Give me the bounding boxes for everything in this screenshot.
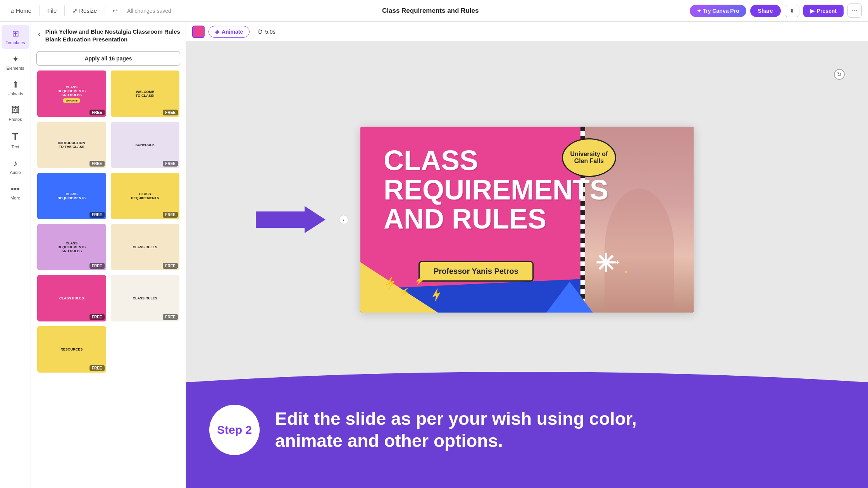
sidebar-label-templates: Templates xyxy=(5,40,25,45)
more-options-button[interactable]: ··· xyxy=(847,3,862,18)
templates-panel: ‹ Pink Yellow and Blue Nostalgia Classro… xyxy=(31,22,186,488)
template-thumb-7[interactable]: CLASSREQUIREMENTSAND RULES FREE xyxy=(36,223,107,271)
sidebar-item-text[interactable]: T Text xyxy=(2,127,29,153)
download-icon: ⬇ xyxy=(790,8,794,14)
audio-icon: ♪ xyxy=(13,158,17,168)
sidebar-label-more: More xyxy=(10,196,20,200)
refresh-icon: ↻ xyxy=(834,69,845,80)
bottom-text-line1: Edit the slide as per your wish using co… xyxy=(275,408,637,430)
collapse-icon: ‹ xyxy=(339,215,348,224)
undo-icon: ↩ xyxy=(113,7,118,14)
animate-icon: ◈ xyxy=(215,29,219,35)
elements-icon: ✦ xyxy=(12,54,19,64)
professor-label: Professor Yanis Petros xyxy=(434,267,518,275)
bolt-2: ⚡ xyxy=(398,286,410,298)
slide-title-line2: REQUIREMENTS xyxy=(384,175,608,205)
apply-all-label: Apply all 16 pages xyxy=(84,55,132,62)
refresh-button[interactable]: ↻ xyxy=(834,69,845,80)
navbar-right: ✦ Try Canva Pro Share ⬇ ▶ Present ··· xyxy=(690,3,862,18)
photos-icon: 🖼 xyxy=(11,105,20,115)
home-label: Home xyxy=(16,7,31,14)
template-thumb-6[interactable]: CLASSREQUIREMENTS FREE xyxy=(110,172,181,220)
changes-saved-text: All changes saved xyxy=(127,8,171,14)
template-thumb-1[interactable]: CLASSREQUIREMENTSAND RULESWelcome FREE xyxy=(36,70,107,118)
slide-star: ✳ xyxy=(595,249,616,278)
timer-label: 5.0s xyxy=(265,29,275,35)
sidebar-item-audio[interactable]: ♪ Audio xyxy=(2,155,29,179)
sidebar-label-photos: Photos xyxy=(9,117,22,122)
share-label: Share xyxy=(758,8,773,14)
home-button[interactable]: ⌂ Home xyxy=(6,5,36,16)
download-button[interactable]: ⬇ xyxy=(785,5,799,17)
nav-divider-3 xyxy=(105,5,105,16)
nav-divider-2 xyxy=(64,5,65,16)
nav-divider-1 xyxy=(39,5,40,16)
sidebar-item-photos[interactable]: 🖼 Photos xyxy=(2,101,29,125)
arrow-shape xyxy=(256,206,326,233)
main-layout: ⊞ Templates ✦ Elements ⬆ Uploads 🖼 Photo… xyxy=(0,22,868,488)
university-text: University ofGlen Falls xyxy=(570,151,608,165)
uploads-icon: ⬆ xyxy=(12,80,19,90)
template-grid: CLASSREQUIREMENTSAND RULESWelcome FREE W… xyxy=(31,70,186,379)
doc-title: Class Requirements and Rules xyxy=(382,7,479,15)
sidebar-item-elements[interactable]: ✦ Elements xyxy=(2,50,29,74)
resize-icon: ⤢ xyxy=(72,7,78,14)
slide-canvas[interactable]: ⚡ ⚡ ⚡ ⚡ CLASS REQUIREMENTS AND RULES Pro… xyxy=(360,127,694,313)
try-pro-label: ✦ Try Canva Pro xyxy=(697,8,739,14)
university-line1: University of xyxy=(570,151,608,157)
step-circle: Step 2 xyxy=(209,405,260,455)
template-thumb-8[interactable]: CLASS RULES FREE xyxy=(110,223,181,271)
canvas-area: ◈ Animate ⏱ 5.0s ‹ xyxy=(186,22,868,488)
share-button[interactable]: Share xyxy=(750,5,781,17)
template-thumb-2[interactable]: WELCOMETO CLASS! FREE xyxy=(110,70,181,118)
templates-icon: ⊞ xyxy=(12,29,19,39)
template-thumb-4[interactable]: SCHEDULE FREE xyxy=(110,121,181,169)
star-small-2: ★ xyxy=(624,270,628,274)
panel-collapse-handle[interactable]: ‹ xyxy=(339,215,348,224)
bottom-text-line2: animate and other options. xyxy=(275,430,637,452)
left-sidebar: ⊞ Templates ✦ Elements ⬆ Uploads 🖼 Photo… xyxy=(0,22,31,488)
present-button[interactable]: ▶ Present xyxy=(803,5,844,17)
template-thumb-3[interactable]: INTRODUCTIONTO THE CLASS FREE xyxy=(36,121,107,169)
step-label: Step 2 xyxy=(217,423,252,436)
arrow-overlay xyxy=(256,206,326,233)
navbar-center: Class Requirements and Rules xyxy=(176,7,685,15)
bottom-instruction-text: Edit the slide as per your wish using co… xyxy=(275,408,637,452)
present-icon: ▶ xyxy=(810,8,815,14)
sidebar-item-more[interactable]: ••• More xyxy=(2,180,29,204)
home-icon: ⌂ xyxy=(11,7,14,14)
sidebar-label-text: Text xyxy=(11,144,19,149)
apply-all-button[interactable]: Apply all 16 pages xyxy=(36,51,180,66)
color-swatch[interactable] xyxy=(192,26,205,38)
template-thumb-11[interactable]: RESOURCES FREE xyxy=(36,325,107,373)
university-bubble: University ofGlen Falls xyxy=(562,138,616,177)
sidebar-item-uploads[interactable]: ⬆ Uploads xyxy=(2,76,29,100)
file-label: File xyxy=(47,7,57,14)
try-pro-button[interactable]: ✦ Try Canva Pro xyxy=(690,5,746,17)
resize-button[interactable]: ⤢ Resize xyxy=(68,5,102,17)
animate-button[interactable]: ◈ Animate xyxy=(208,26,250,38)
panel-title: Pink Yellow and Blue Nostalgia Classroom… xyxy=(45,28,180,43)
file-button[interactable]: File xyxy=(43,5,61,16)
timer-button[interactable]: ⏱ 5.0s xyxy=(253,26,279,37)
animate-label: Animate xyxy=(222,29,243,35)
slide-container: ‹ ⚡ ⚡ ⚡ ⚡ CLASS REQUIREMENTS AN xyxy=(186,42,868,397)
template-thumb-9[interactable]: CLASS RULES FREE xyxy=(36,274,107,322)
panel-back-button[interactable]: ‹ xyxy=(36,29,42,39)
sidebar-label-audio: Audio xyxy=(10,170,21,175)
bolt-3: ⚡ xyxy=(415,276,424,285)
bottom-overlay: Step 2 Edit the slide as per your wish u… xyxy=(186,372,868,488)
professor-button[interactable]: Professor Yanis Petros xyxy=(418,261,534,282)
timer-icon: ⏱ xyxy=(257,29,263,35)
sidebar-label-uploads: Uploads xyxy=(7,91,23,96)
text-icon: T xyxy=(12,131,19,143)
sidebar-item-templates[interactable]: ⊞ Templates xyxy=(2,25,29,49)
undo-button[interactable]: ↩ xyxy=(108,5,122,17)
panel-header: ‹ Pink Yellow and Blue Nostalgia Classro… xyxy=(31,22,186,47)
star-small-1: ✦ xyxy=(615,259,620,266)
template-thumb-5[interactable]: CLASSREQUIREMENTS FREE xyxy=(36,172,107,220)
more-label: ··· xyxy=(852,7,858,14)
navbar-left: ⌂ Home File ⤢ Resize ↩ All changes saved xyxy=(6,5,171,17)
more-icon: ••• xyxy=(11,184,20,194)
template-thumb-10[interactable]: CLASS RULES FREE xyxy=(110,274,181,322)
